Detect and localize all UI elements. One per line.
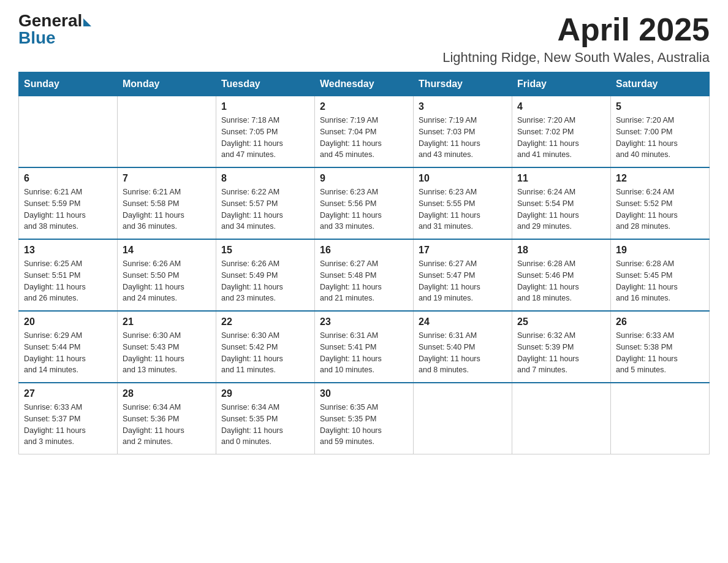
month-title: April 2025 bbox=[442, 12, 710, 47]
day-number: 27 bbox=[24, 388, 112, 399]
col-header-sunday: Sunday bbox=[19, 72, 118, 96]
day-number: 19 bbox=[616, 245, 704, 256]
day-number: 17 bbox=[419, 245, 507, 256]
col-header-wednesday: Wednesday bbox=[315, 72, 414, 96]
day-info: Sunrise: 6:34 AMSunset: 5:36 PMDaylight:… bbox=[123, 402, 211, 448]
logo-arrow-icon bbox=[83, 18, 91, 26]
day-info: Sunrise: 6:26 AMSunset: 5:49 PMDaylight:… bbox=[221, 258, 309, 304]
logo-blue-text: Blue bbox=[18, 29, 56, 47]
calendar-cell: 21Sunrise: 6:30 AMSunset: 5:43 PMDayligh… bbox=[118, 311, 216, 383]
calendar-cell: 24Sunrise: 6:31 AMSunset: 5:40 PMDayligh… bbox=[414, 311, 512, 383]
day-info: Sunrise: 6:30 AMSunset: 5:42 PMDaylight:… bbox=[221, 330, 309, 376]
calendar-cell bbox=[19, 96, 118, 168]
day-number: 1 bbox=[221, 101, 309, 112]
day-number: 16 bbox=[320, 245, 408, 256]
day-info: Sunrise: 6:27 AMSunset: 5:48 PMDaylight:… bbox=[320, 258, 408, 304]
day-info: Sunrise: 6:33 AMSunset: 5:37 PMDaylight:… bbox=[24, 402, 112, 448]
day-number: 5 bbox=[616, 101, 704, 112]
col-header-thursday: Thursday bbox=[414, 72, 512, 96]
day-info: Sunrise: 7:20 AMSunset: 7:02 PMDaylight:… bbox=[517, 115, 605, 161]
day-number: 3 bbox=[419, 101, 507, 112]
day-info: Sunrise: 6:21 AMSunset: 5:58 PMDaylight:… bbox=[123, 186, 211, 232]
calendar-cell: 3Sunrise: 7:19 AMSunset: 7:03 PMDaylight… bbox=[414, 96, 512, 168]
calendar-cell: 11Sunrise: 6:24 AMSunset: 5:54 PMDayligh… bbox=[512, 167, 611, 239]
day-info: Sunrise: 6:21 AMSunset: 5:59 PMDaylight:… bbox=[24, 186, 112, 232]
day-info: Sunrise: 6:34 AMSunset: 5:35 PMDaylight:… bbox=[221, 402, 309, 448]
day-number: 21 bbox=[123, 316, 211, 327]
calendar-cell: 16Sunrise: 6:27 AMSunset: 5:48 PMDayligh… bbox=[315, 239, 414, 311]
calendar-cell: 1Sunrise: 7:18 AMSunset: 7:05 PMDaylight… bbox=[216, 96, 315, 168]
day-info: Sunrise: 6:35 AMSunset: 5:35 PMDaylight:… bbox=[320, 402, 408, 448]
col-header-tuesday: Tuesday bbox=[216, 72, 315, 96]
day-info: Sunrise: 7:19 AMSunset: 7:04 PMDaylight:… bbox=[320, 115, 408, 161]
day-info: Sunrise: 7:19 AMSunset: 7:03 PMDaylight:… bbox=[419, 115, 507, 161]
col-header-saturday: Saturday bbox=[611, 72, 710, 96]
calendar-cell bbox=[118, 96, 216, 168]
day-info: Sunrise: 7:20 AMSunset: 7:00 PMDaylight:… bbox=[616, 115, 704, 161]
day-info: Sunrise: 6:25 AMSunset: 5:51 PMDaylight:… bbox=[24, 258, 112, 304]
calendar-cell: 4Sunrise: 7:20 AMSunset: 7:02 PMDaylight… bbox=[512, 96, 611, 168]
calendar-cell: 15Sunrise: 6:26 AMSunset: 5:49 PMDayligh… bbox=[216, 239, 315, 311]
day-number: 29 bbox=[221, 388, 309, 399]
day-info: Sunrise: 6:22 AMSunset: 5:57 PMDaylight:… bbox=[221, 186, 309, 232]
day-info: Sunrise: 6:27 AMSunset: 5:47 PMDaylight:… bbox=[419, 258, 507, 304]
day-number: 26 bbox=[616, 316, 704, 327]
calendar-cell: 18Sunrise: 6:28 AMSunset: 5:46 PMDayligh… bbox=[512, 239, 611, 311]
day-number: 13 bbox=[24, 245, 112, 256]
day-info: Sunrise: 6:29 AMSunset: 5:44 PMDaylight:… bbox=[24, 330, 112, 376]
day-number: 12 bbox=[616, 173, 704, 184]
calendar-cell: 26Sunrise: 6:33 AMSunset: 5:38 PMDayligh… bbox=[611, 311, 710, 383]
calendar-header-row: SundayMondayTuesdayWednesdayThursdayFrid… bbox=[19, 72, 710, 96]
calendar-cell: 10Sunrise: 6:23 AMSunset: 5:55 PMDayligh… bbox=[414, 167, 512, 239]
logo-general-text: General bbox=[18, 12, 82, 29]
day-info: Sunrise: 6:32 AMSunset: 5:39 PMDaylight:… bbox=[517, 330, 605, 376]
day-info: Sunrise: 6:24 AMSunset: 5:54 PMDaylight:… bbox=[517, 186, 605, 232]
title-block: April 2025 Lightning Ridge, New South Wa… bbox=[442, 12, 710, 66]
calendar-week-row: 20Sunrise: 6:29 AMSunset: 5:44 PMDayligh… bbox=[19, 311, 710, 383]
col-header-friday: Friday bbox=[512, 72, 611, 96]
day-info: Sunrise: 6:28 AMSunset: 5:45 PMDaylight:… bbox=[616, 258, 704, 304]
day-number: 18 bbox=[517, 245, 605, 256]
calendar-cell: 5Sunrise: 7:20 AMSunset: 7:00 PMDaylight… bbox=[611, 96, 710, 168]
calendar-cell: 20Sunrise: 6:29 AMSunset: 5:44 PMDayligh… bbox=[19, 311, 118, 383]
day-number: 15 bbox=[221, 245, 309, 256]
calendar-week-row: 6Sunrise: 6:21 AMSunset: 5:59 PMDaylight… bbox=[19, 167, 710, 239]
calendar-cell: 28Sunrise: 6:34 AMSunset: 5:36 PMDayligh… bbox=[118, 383, 216, 454]
day-number: 7 bbox=[123, 173, 211, 184]
day-number: 11 bbox=[517, 173, 605, 184]
day-number: 10 bbox=[419, 173, 507, 184]
day-number: 24 bbox=[419, 316, 507, 327]
day-number: 22 bbox=[221, 316, 309, 327]
calendar-cell: 29Sunrise: 6:34 AMSunset: 5:35 PMDayligh… bbox=[216, 383, 315, 454]
day-info: Sunrise: 7:18 AMSunset: 7:05 PMDaylight:… bbox=[221, 115, 309, 161]
page-header: General Blue April 2025 Lightning Ridge,… bbox=[18, 12, 710, 66]
calendar-week-row: 1Sunrise: 7:18 AMSunset: 7:05 PMDaylight… bbox=[19, 96, 710, 168]
calendar-cell: 2Sunrise: 7:19 AMSunset: 7:04 PMDaylight… bbox=[315, 96, 414, 168]
day-number: 20 bbox=[24, 316, 112, 327]
calendar-cell: 9Sunrise: 6:23 AMSunset: 5:56 PMDaylight… bbox=[315, 167, 414, 239]
calendar-cell: 8Sunrise: 6:22 AMSunset: 5:57 PMDaylight… bbox=[216, 167, 315, 239]
day-number: 30 bbox=[320, 388, 408, 399]
calendar-cell: 19Sunrise: 6:28 AMSunset: 5:45 PMDayligh… bbox=[611, 239, 710, 311]
day-info: Sunrise: 6:24 AMSunset: 5:52 PMDaylight:… bbox=[616, 186, 704, 232]
day-info: Sunrise: 6:28 AMSunset: 5:46 PMDaylight:… bbox=[517, 258, 605, 304]
day-info: Sunrise: 6:26 AMSunset: 5:50 PMDaylight:… bbox=[123, 258, 211, 304]
day-info: Sunrise: 6:31 AMSunset: 5:40 PMDaylight:… bbox=[419, 330, 507, 376]
day-number: 23 bbox=[320, 316, 408, 327]
day-number: 25 bbox=[517, 316, 605, 327]
day-info: Sunrise: 6:33 AMSunset: 5:38 PMDaylight:… bbox=[616, 330, 704, 376]
day-info: Sunrise: 6:23 AMSunset: 5:56 PMDaylight:… bbox=[320, 186, 408, 232]
calendar-cell: 17Sunrise: 6:27 AMSunset: 5:47 PMDayligh… bbox=[414, 239, 512, 311]
location-title: Lightning Ridge, New South Wales, Austra… bbox=[442, 50, 710, 66]
day-number: 4 bbox=[517, 101, 605, 112]
calendar-cell: 12Sunrise: 6:24 AMSunset: 5:52 PMDayligh… bbox=[611, 167, 710, 239]
calendar-cell: 25Sunrise: 6:32 AMSunset: 5:39 PMDayligh… bbox=[512, 311, 611, 383]
calendar-cell: 22Sunrise: 6:30 AMSunset: 5:42 PMDayligh… bbox=[216, 311, 315, 383]
calendar-cell bbox=[512, 383, 611, 454]
calendar-cell: 7Sunrise: 6:21 AMSunset: 5:58 PMDaylight… bbox=[118, 167, 216, 239]
calendar-week-row: 13Sunrise: 6:25 AMSunset: 5:51 PMDayligh… bbox=[19, 239, 710, 311]
day-number: 28 bbox=[123, 388, 211, 399]
day-number: 8 bbox=[221, 173, 309, 184]
calendar-cell: 27Sunrise: 6:33 AMSunset: 5:37 PMDayligh… bbox=[19, 383, 118, 454]
logo: General Blue bbox=[18, 12, 91, 47]
